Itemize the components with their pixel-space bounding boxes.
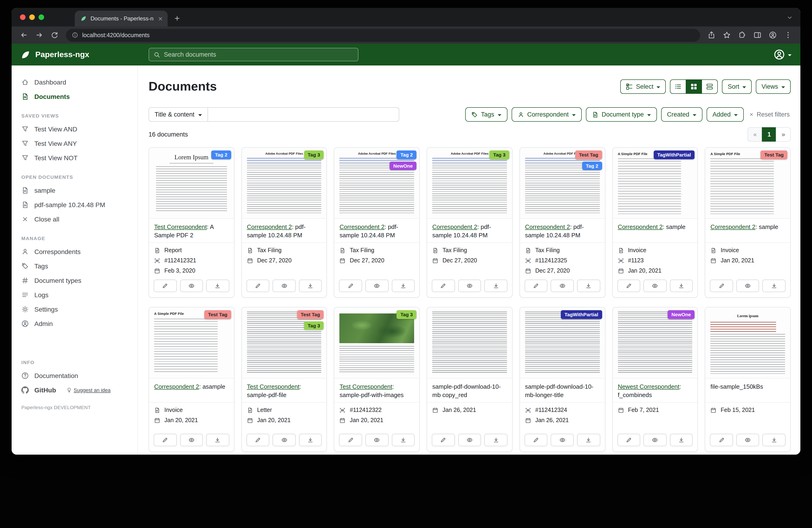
edit-button[interactable] <box>154 434 177 446</box>
filter-pill-button[interactable]: Created <box>661 107 702 122</box>
sidebar-item[interactable]: Logs <box>12 287 137 302</box>
sidebar-item[interactable]: Settings <box>12 302 137 316</box>
correspondent-link[interactable]: Test Correspondent <box>339 383 392 390</box>
zoom-window-button[interactable] <box>39 14 44 20</box>
tag-badge[interactable]: Tag 2 <box>211 151 231 159</box>
pagination-page-button[interactable]: 1 <box>762 127 777 142</box>
view-button[interactable] <box>273 434 296 446</box>
document-thumbnail[interactable]: Adobe Acrobat PDF Files Test Tag T <box>520 148 605 219</box>
tag-badge[interactable]: Tag 3 <box>304 321 324 330</box>
side-panel-button[interactable] <box>754 31 762 39</box>
suggest-idea-link[interactable]: Suggest an idea <box>66 387 111 393</box>
edit-button[interactable] <box>525 280 548 292</box>
tag-badge[interactable]: Tag 3 <box>397 310 417 319</box>
correspondent-link[interactable]: Correspondent 2 <box>618 223 663 230</box>
sidebar-item[interactable]: Test View AND <box>12 122 137 136</box>
document-thumbnail[interactable]: Lorem Ipsum Tag 2 <box>149 148 234 219</box>
download-button[interactable] <box>299 280 322 292</box>
filter-pill-button[interactable]: Correspondent <box>511 107 582 122</box>
view-button[interactable] <box>365 280 388 292</box>
edit-button[interactable] <box>154 280 177 292</box>
browser-profile-button[interactable] <box>769 31 777 39</box>
view-button[interactable] <box>458 280 481 292</box>
sidebar-item[interactable]: Close all <box>12 212 137 226</box>
correspondent-link[interactable]: Newest Correspondent <box>618 383 679 390</box>
document-thumbnail[interactable]: Adobe Acrobat PDF Files Tag 3 <box>427 148 512 219</box>
sidebar-item[interactable]: Document types <box>12 273 137 287</box>
view-button[interactable] <box>180 434 203 446</box>
correspondent-link[interactable]: Correspondent 2 <box>247 223 292 230</box>
tag-badge[interactable]: Tag 3 <box>489 151 509 159</box>
extensions-puzzle-button[interactable] <box>738 31 746 39</box>
correspondent-link[interactable]: Correspondent 2 <box>525 223 570 230</box>
browser-tab[interactable]: Documents - Paperless-ngx <box>75 11 168 27</box>
select-button[interactable]: Select <box>620 80 666 94</box>
sidebar-item[interactable]: pdf-sample 10.24.48 PM <box>12 197 137 212</box>
view-button[interactable] <box>365 434 388 446</box>
sidebar-item[interactable]: Documentation <box>12 368 137 383</box>
document-thumbnail[interactable] <box>427 308 512 379</box>
download-button[interactable] <box>392 434 415 446</box>
sidebar-item[interactable]: Admin <box>12 316 137 331</box>
tag-badge[interactable]: Tag 2 <box>582 161 602 170</box>
correspondent-link[interactable]: Test Correspondent <box>154 223 207 230</box>
sidebar-item[interactable]: Documents <box>12 89 137 103</box>
pagination-prev-button[interactable]: « <box>748 127 762 142</box>
sort-button[interactable]: Sort <box>722 80 752 94</box>
new-tab-button[interactable] <box>174 15 180 22</box>
filter-pill-button[interactable]: Added <box>706 107 743 122</box>
user-menu[interactable] <box>773 49 792 60</box>
pagination-next-button[interactable]: » <box>776 127 791 142</box>
tag-badge[interactable]: Tag 2 <box>397 151 417 159</box>
download-button[interactable] <box>484 280 507 292</box>
download-button[interactable] <box>577 280 600 292</box>
document-thumbnail[interactable]: TagWithPartial <box>520 308 605 379</box>
view-button[interactable] <box>643 280 666 292</box>
view-button[interactable] <box>643 434 666 446</box>
document-thumbnail[interactable]: Lorem ipsum <box>706 308 790 379</box>
address-bar[interactable]: localhost:4200/documents <box>66 29 700 42</box>
tag-badge[interactable]: TagWithPartial <box>561 310 602 319</box>
edit-button[interactable] <box>617 280 640 292</box>
download-button[interactable] <box>299 434 322 446</box>
filter-pill-button[interactable]: Tags <box>465 107 507 122</box>
document-thumbnail[interactable]: Adobe Acrobat PDF Files Tag 2 NewO <box>334 148 419 219</box>
download-button[interactable] <box>484 434 507 446</box>
edit-button[interactable] <box>525 434 548 446</box>
close-window-button[interactable] <box>20 14 26 20</box>
sidebar-item[interactable]: Test View NOT <box>12 151 137 165</box>
view-button[interactable] <box>458 434 481 446</box>
sidebar-item[interactable]: Test View ANY <box>12 136 137 151</box>
tab-search-chevron-icon[interactable] <box>786 14 793 21</box>
edit-button[interactable] <box>246 434 269 446</box>
correspondent-link[interactable]: Correspondent 2 <box>154 383 199 390</box>
edit-button[interactable] <box>432 434 455 446</box>
views-button[interactable]: Views <box>756 80 791 94</box>
document-thumbnail[interactable]: A Simple PDF File Test Tag <box>706 148 790 219</box>
sidebar-item-github[interactable]: GitHub Suggest an idea <box>12 383 137 397</box>
edit-button[interactable] <box>432 280 455 292</box>
view-button[interactable] <box>180 280 203 292</box>
document-thumbnail[interactable]: Adobe Acrobat PDF Files Tag 3 <box>242 148 327 219</box>
download-button[interactable] <box>763 434 785 446</box>
sidebar-item[interactable]: sample <box>12 183 137 197</box>
tag-badge[interactable]: Test Tag <box>297 310 324 319</box>
bookmark-star-button[interactable] <box>723 31 731 39</box>
edit-button[interactable] <box>617 434 640 446</box>
view-button[interactable] <box>551 280 574 292</box>
edit-button[interactable] <box>339 434 362 446</box>
download-button[interactable] <box>392 280 415 292</box>
tag-badge[interactable]: TagWithPartial <box>653 151 695 159</box>
minimize-window-button[interactable] <box>29 14 35 20</box>
small-cards-view-button[interactable] <box>686 80 702 94</box>
table-view-button[interactable] <box>670 80 686 94</box>
forward-button[interactable] <box>35 31 43 39</box>
sidebar-item[interactable]: Correspondents <box>12 244 137 259</box>
sidebar-item[interactable]: Tags <box>12 259 137 273</box>
view-button[interactable] <box>736 280 759 292</box>
edit-button[interactable] <box>246 280 269 292</box>
document-thumbnail[interactable]: A Simple PDF File TagWithPartial <box>613 148 697 219</box>
tag-badge[interactable]: Test Tag <box>575 151 602 159</box>
document-thumbnail[interactable]: NewOne <box>613 308 697 379</box>
download-button[interactable] <box>206 280 229 292</box>
